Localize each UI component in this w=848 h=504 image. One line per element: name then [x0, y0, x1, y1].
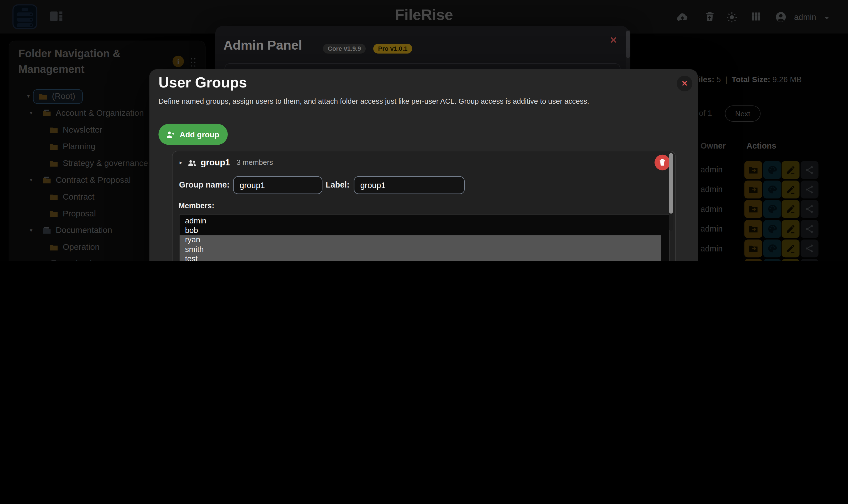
group-label-input[interactable] — [354, 176, 465, 194]
modal-close-button[interactable]: × — [677, 76, 692, 91]
member-option-ryan[interactable]: ryan — [179, 235, 661, 245]
member-option-bob[interactable]: bob — [179, 226, 661, 235]
caret-right-icon[interactable]: ▸ — [179, 160, 187, 165]
member-option-test[interactable]: test — [179, 254, 661, 261]
member-option-admin[interactable]: admin — [179, 216, 661, 226]
members-label: Members: — [179, 201, 214, 210]
group-header[interactable]: ▸ group1 3 members — [173, 151, 675, 174]
members-scrollbar-thumb[interactable] — [669, 153, 673, 214]
trash-icon — [658, 158, 667, 166]
group-member-count: 3 members — [236, 158, 273, 166]
filerise-app: FileRise admin Folder Navigation & Manag… — [0, 0, 848, 261]
members-listbox[interactable]: adminbobryansmithtesttest1test2test3 — [179, 214, 670, 261]
delete-group-button[interactable] — [654, 155, 670, 170]
person-plus-icon — [165, 129, 175, 139]
member-option-smith[interactable]: smith — [179, 245, 661, 254]
group-card-group1: ▸ group1 3 members Group name: Label: Me… — [172, 151, 675, 261]
label-label: Label: — [325, 180, 349, 189]
modal-title: User Groups — [158, 75, 247, 91]
modal-description: Define named groups, assign users to the… — [158, 97, 589, 105]
group-name-input[interactable] — [233, 176, 322, 194]
group-name-label: Group name: — [179, 180, 229, 189]
group-form-row: Group name: Label: — [179, 176, 666, 194]
add-group-button[interactable]: Add group — [158, 124, 228, 145]
group-people-icon — [187, 158, 200, 167]
user-groups-modal: × User Groups Define named groups, assig… — [149, 69, 698, 261]
group-name: group1 — [201, 158, 230, 167]
